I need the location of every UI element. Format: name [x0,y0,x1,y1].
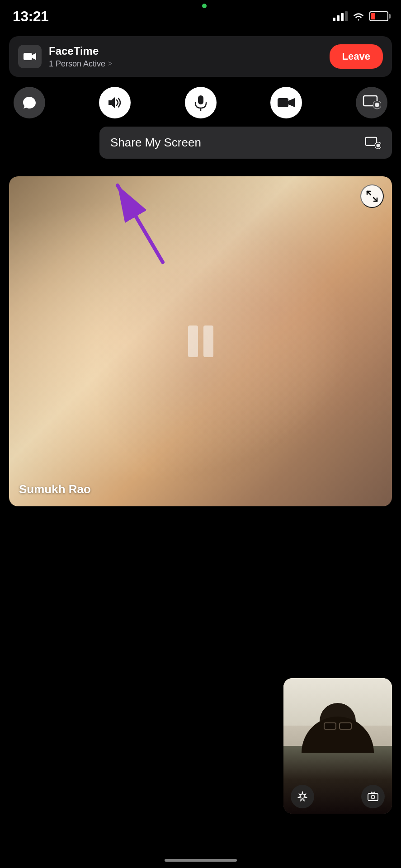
share-screen-menu-icon [365,137,381,149]
active-count-label: 1 Person Active > [49,59,112,69]
effects-button[interactable] [291,785,314,808]
screen-share-button[interactable] [356,87,387,118]
flip-camera-button[interactable] [361,785,385,808]
main-video-area: Sumukh Rao [9,176,392,506]
home-indicator [165,859,237,862]
svg-line-14 [118,185,163,262]
signal-icon [333,11,348,21]
status-time: 13:21 [13,8,48,25]
battery-icon [369,11,388,21]
camera-toggle-button[interactable] [270,87,302,118]
svg-rect-3 [198,95,203,104]
share-screen-label: Share My Screen [110,136,201,150]
svg-marker-6 [288,98,295,107]
self-video-area [283,678,392,814]
chat-button[interactable] [14,87,45,118]
annotation-arrow [90,172,172,271]
banner-left: FaceTime 1 Person Active > [18,45,112,69]
app-name-label: FaceTime [49,45,112,57]
speaker-button[interactable] [99,87,131,118]
svg-point-12 [376,143,380,147]
participant-name: Sumukh Rao [19,482,91,496]
expand-icon [366,190,378,203]
banner-text: FaceTime 1 Person Active > [49,45,112,69]
video-camera-icon [278,96,295,109]
speaker-icon [107,95,123,110]
svg-point-22 [371,795,375,799]
share-screen-dropdown[interactable]: Share My Screen [99,127,392,159]
svg-marker-1 [32,53,36,60]
svg-rect-0 [24,53,32,60]
pause-bar-left [188,326,198,357]
facetime-app-icon [18,45,42,68]
pause-bar-right [203,326,213,357]
self-video-controls [283,785,392,808]
effects-icon [296,790,309,803]
status-bar: 13:21 [0,0,401,27]
flip-camera-icon [367,790,379,803]
facetime-banner: FaceTime 1 Person Active > Leave [9,36,392,77]
pause-overlay [188,326,213,357]
controls-row [9,87,392,118]
chevron-icon: > [108,60,112,68]
screen-share-icon [363,95,381,110]
svg-point-9 [375,103,379,107]
camera-icon [24,52,36,61]
microphone-button[interactable] [185,87,217,118]
mic-icon [194,94,208,111]
wifi-icon [352,11,365,21]
status-icons [333,11,388,21]
expand-button[interactable] [360,184,384,208]
leave-button[interactable]: Leave [330,44,383,69]
chat-icon [22,95,37,110]
svg-rect-5 [278,98,288,107]
svg-rect-21 [368,793,378,801]
svg-marker-2 [109,97,115,108]
